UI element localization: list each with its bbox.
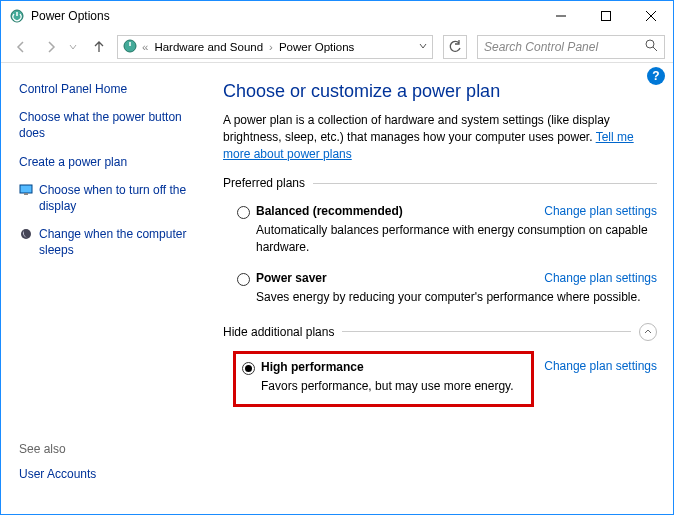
- plan-balanced-desc: Automatically balances performance with …: [256, 222, 657, 254]
- main-panel: ? Choose or customize a power plan A pow…: [211, 63, 673, 514]
- plan-balanced-name[interactable]: Balanced (recommended): [256, 204, 536, 218]
- plan-balanced: Balanced (recommended) Change plan setti…: [223, 200, 657, 266]
- sidebar-sleep-link[interactable]: Change when the computer sleeps: [39, 226, 199, 258]
- page-description: A power plan is a collection of hardware…: [223, 112, 657, 162]
- radio-saver[interactable]: [237, 273, 250, 286]
- window-title: Power Options: [31, 9, 538, 23]
- titlebar: Power Options: [1, 1, 673, 31]
- address-dropdown-icon[interactable]: [418, 41, 428, 53]
- change-settings-high-link[interactable]: Change plan settings: [544, 359, 657, 373]
- help-icon[interactable]: ?: [647, 67, 665, 85]
- plan-high-name[interactable]: High performance: [261, 360, 364, 374]
- maximize-button[interactable]: [583, 1, 628, 31]
- chevron-right-icon: ›: [269, 41, 273, 53]
- minimize-button[interactable]: [538, 1, 583, 31]
- sidebar: Control Panel Home Choose what the power…: [1, 63, 211, 514]
- sidebar-turnoff-display-link[interactable]: Choose when to turn off the display: [39, 182, 199, 214]
- svg-rect-2: [601, 12, 610, 21]
- window: Power Options « Hardware and Sound › Pow…: [0, 0, 674, 515]
- breadcrumb-power[interactable]: Power Options: [277, 41, 356, 53]
- history-dropdown-icon[interactable]: [69, 43, 77, 51]
- preferred-plans-label: Preferred plans: [223, 176, 305, 190]
- sidebar-home-link[interactable]: Control Panel Home: [19, 81, 199, 97]
- plan-saver-name[interactable]: Power saver: [256, 271, 536, 285]
- see-also-label: See also: [19, 442, 96, 456]
- search-icon[interactable]: [645, 39, 658, 55]
- plan-high-desc: Favors performance, but may use more ene…: [261, 378, 525, 394]
- plan-saver-desc: Saves energy by reducing your computer's…: [256, 289, 657, 305]
- radio-balanced[interactable]: [237, 206, 250, 219]
- see-also-section: See also User Accounts: [19, 442, 96, 494]
- additional-plans-label: Hide additional plans: [223, 325, 334, 339]
- monitor-icon: [19, 183, 33, 200]
- svg-line-7: [653, 47, 657, 51]
- change-settings-balanced-link[interactable]: Change plan settings: [544, 204, 657, 218]
- page-heading: Choose or customize a power plan: [223, 81, 657, 102]
- up-button[interactable]: [87, 35, 111, 59]
- battery-icon: [122, 38, 138, 56]
- svg-rect-9: [24, 193, 28, 195]
- address-bar[interactable]: « Hardware and Sound › Power Options: [117, 35, 433, 59]
- breadcrumb-hardware[interactable]: Hardware and Sound: [152, 41, 265, 53]
- highlighted-plan-box: High performance Favors performance, but…: [233, 351, 534, 407]
- svg-point-6: [646, 40, 654, 48]
- search-placeholder: Search Control Panel: [484, 40, 598, 54]
- back-button[interactable]: [9, 35, 33, 59]
- additional-plans-group: Hide additional plans: [223, 323, 657, 341]
- radio-high-performance[interactable]: [242, 362, 255, 375]
- toolbar: « Hardware and Sound › Power Options Sea…: [1, 31, 673, 63]
- change-settings-saver-link[interactable]: Change plan settings: [544, 271, 657, 285]
- plan-saver: Power saver Change plan settings Saves e…: [223, 267, 657, 317]
- collapse-button[interactable]: [639, 323, 657, 341]
- search-input[interactable]: Search Control Panel: [477, 35, 665, 59]
- app-icon: [9, 8, 25, 24]
- forward-button[interactable]: [39, 35, 63, 59]
- sidebar-create-plan-link[interactable]: Create a power plan: [19, 154, 199, 170]
- refresh-button[interactable]: [443, 35, 467, 59]
- svg-rect-8: [20, 185, 32, 193]
- breadcrumb-sep: «: [142, 41, 148, 53]
- see-also-user-accounts-link[interactable]: User Accounts: [19, 466, 96, 482]
- moon-icon: [19, 227, 33, 244]
- close-button[interactable]: [628, 1, 673, 31]
- sidebar-button-action-link[interactable]: Choose what the power button does: [19, 109, 199, 141]
- preferred-plans-group: Preferred plans: [223, 176, 657, 190]
